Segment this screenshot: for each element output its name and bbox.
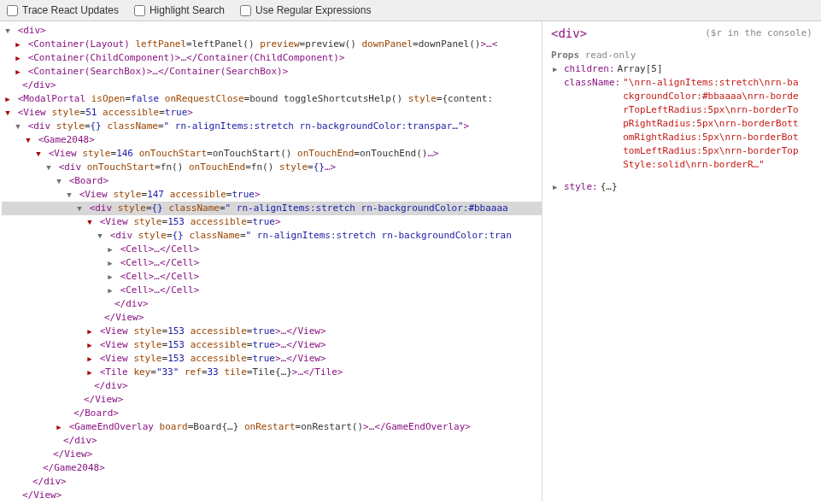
tag-close: </div> <box>22 79 56 91</box>
tree-row[interactable]: <Container(Layout) leftPanel=leftPanel()… <box>2 38 542 51</box>
tree-row[interactable]: <div style={} className=" rn-alignItems:… <box>2 120 542 133</box>
tree-row[interactable]: </div> <box>2 79 542 92</box>
highlight-search-checkbox-label[interactable]: Highlight Search <box>134 4 225 16</box>
expand-arrow-icon[interactable] <box>14 65 22 79</box>
expand-arrow-icon[interactable] <box>65 188 73 202</box>
tag-mid: >…</ <box>275 325 298 337</box>
tag-name: Board <box>74 175 103 186</box>
tag-mid: >…</ <box>292 366 315 378</box>
tree-row[interactable]: <View style=153 accessible=true>…</View> <box>2 338 542 352</box>
tree-row[interactable]: <View style=146 onTouchStart=onTouchStar… <box>2 147 542 161</box>
expand-arrow-icon[interactable] <box>55 420 63 434</box>
tree-row[interactable]: </Board> <box>2 407 542 420</box>
tree-row[interactable]: <View style=153 accessible=true>…</View> <box>2 325 542 338</box>
tag-mid: >…</ <box>149 284 172 296</box>
attr: tile <box>224 366 247 378</box>
tag-end: …> <box>427 148 438 159</box>
prop-className-value: "\nrn-alignItems:stretch\nrn-backgroundC… <box>623 76 802 172</box>
regex-checkbox-label[interactable]: Use Regular Expressions <box>240 4 371 16</box>
tag-name: Container(SearchBox) <box>33 66 146 77</box>
val: fn() <box>251 161 274 173</box>
expand-arrow-icon[interactable] <box>106 256 114 270</box>
tree-row[interactable]: </div> <box>2 297 542 311</box>
tree-row[interactable]: </div> <box>2 379 542 393</box>
tag-name: <div> <box>18 25 46 36</box>
tree-row[interactable]: <GameEndOverlay board=Board{…} onRestart… <box>2 420 542 434</box>
tree-row[interactable]: </Game2048> <box>2 461 542 475</box>
tree-row[interactable]: </div> <box>2 434 542 448</box>
expand-arrow-icon[interactable] <box>85 338 94 352</box>
expand-arrow-icon[interactable] <box>14 120 22 133</box>
expand-arrow-icon[interactable] <box>34 147 43 161</box>
tree-row[interactable]: <div onTouchStart=fn() onTouchEnd=fn() s… <box>2 161 542 174</box>
tree-row[interactable]: </View> <box>2 489 542 501</box>
expand-arrow-icon[interactable] <box>3 92 12 106</box>
trace-updates-checkbox[interactable] <box>7 5 18 16</box>
prop-val: {…} <box>601 180 618 194</box>
tag-mid: >…</ <box>175 52 198 63</box>
attr: leftPanel <box>135 38 186 50</box>
regex-checkbox[interactable] <box>240 5 251 16</box>
expand-arrow-icon[interactable] <box>106 243 114 256</box>
tree-row[interactable]: </View> <box>2 311 542 325</box>
expand-arrow-spacer <box>553 76 561 90</box>
tree-row[interactable]: </View> <box>2 448 542 461</box>
tag-close: </View> <box>84 394 123 405</box>
tag-name: GameEndOverlay <box>74 421 154 432</box>
tree-row[interactable]: <Container(ChildComponent)>…</Container(… <box>2 51 542 65</box>
tree-row[interactable]: <View style=153 accessible=true>…</View> <box>2 352 542 366</box>
tree-row[interactable]: </div> <box>2 475 542 489</box>
tree-row[interactable]: <Cell>…</Cell> <box>2 284 542 297</box>
expand-arrow-icon[interactable] <box>96 229 104 243</box>
attr: onTouchEnd <box>297 148 354 159</box>
val: {} <box>152 202 163 214</box>
tree-row[interactable]: <Board> <box>2 174 542 188</box>
tag-mid: >…</ <box>147 66 170 77</box>
tree-row[interactable]: <View style=153 accessible=true> <box>2 215 542 229</box>
attr: style <box>408 93 437 104</box>
tree-row[interactable]: <ModalPortal isOpen=false onRequestClose… <box>2 92 542 106</box>
tree-row[interactable]: <Cell>…</Cell> <box>2 256 542 270</box>
val: true <box>252 339 275 350</box>
expand-arrow-icon[interactable]: ▶ <box>553 180 561 194</box>
val: {} <box>173 230 184 241</box>
expand-arrow-icon[interactable] <box>3 106 12 120</box>
tag-name: Cell <box>126 284 149 296</box>
expand-arrow-icon[interactable] <box>85 325 94 338</box>
tree-row[interactable]: <Tile key="33" ref=33 tile=Tile{…}>…</Ti… <box>2 366 542 379</box>
expand-arrow-icon[interactable] <box>85 215 94 229</box>
highlight-search-checkbox[interactable] <box>134 5 145 16</box>
prop-row-children[interactable]: ▶ children: Array[5] <box>551 62 812 76</box>
expand-arrow-icon[interactable] <box>3 24 12 38</box>
expand-arrow-icon[interactable] <box>14 51 22 65</box>
prop-row-classname[interactable]: className: "\nrn-alignItems:stretch\nrn-… <box>551 76 812 172</box>
tag-name: Cell <box>171 243 194 255</box>
expand-arrow-icon[interactable] <box>85 366 94 379</box>
tree-row[interactable]: <div> <box>2 24 542 38</box>
tree-row[interactable]: <div style={} className=" rn-alignItems:… <box>2 229 542 243</box>
tree-row[interactable]: <Cell>…</Cell> <box>2 243 542 256</box>
val: true <box>252 216 275 227</box>
expand-arrow-icon[interactable] <box>75 202 84 215</box>
tree-row[interactable]: <Game2048> <box>2 133 542 147</box>
expand-arrow-icon[interactable] <box>106 270 114 284</box>
tag-name: div <box>115 230 132 241</box>
trace-updates-checkbox-label[interactable]: Trace React Updates <box>7 4 119 16</box>
prop-key: className: <box>564 77 620 88</box>
prop-row-style[interactable]: ▶ style: {…} <box>551 180 812 194</box>
expand-arrow-icon[interactable] <box>24 133 32 147</box>
tree-row-selected[interactable]: <div style={} className=" rn-alignItems:… <box>2 202 542 215</box>
expand-arrow-icon[interactable] <box>106 284 114 297</box>
tree-row[interactable]: <View style=51 accessible=true> <box>2 106 542 120</box>
tag-mid: >…</ <box>149 243 172 255</box>
expand-arrow-icon[interactable] <box>44 161 53 174</box>
expand-arrow-icon[interactable] <box>55 174 63 188</box>
tree-row[interactable]: <Container(SearchBox)>…</Container(Searc… <box>2 65 542 79</box>
tree-row[interactable]: <Cell>…</Cell> <box>2 270 542 284</box>
expand-arrow-icon[interactable]: ▶ <box>553 62 561 76</box>
tree-panel[interactable]: <div> <Container(Layout) leftPanel=leftP… <box>0 21 542 501</box>
tree-row[interactable]: </View> <box>2 393 542 407</box>
tree-row[interactable]: <View style=147 accessible=true> <box>2 188 542 202</box>
expand-arrow-icon[interactable] <box>85 352 94 366</box>
expand-arrow-icon[interactable] <box>14 38 22 51</box>
